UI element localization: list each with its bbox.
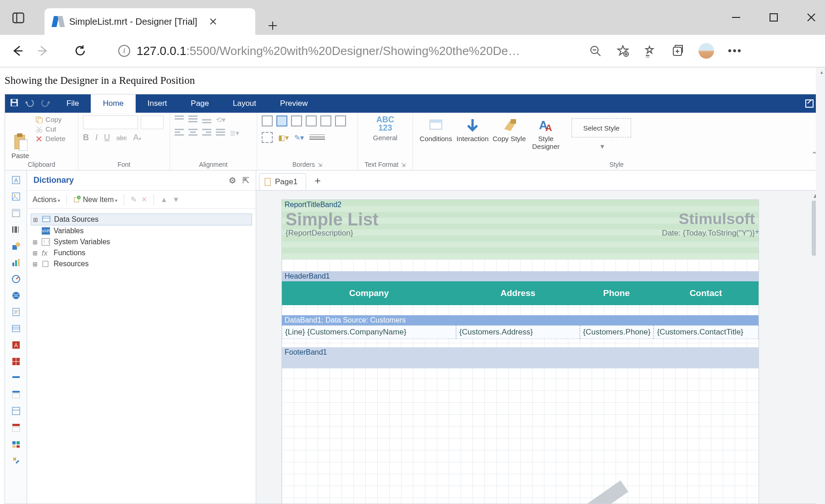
border-top-icon[interactable] xyxy=(306,115,317,126)
border-all-icon[interactable] xyxy=(262,115,273,126)
copy-button[interactable]: Copy xyxy=(35,115,65,123)
tab-preview[interactable]: Preview xyxy=(268,94,319,113)
tool-band-title-icon[interactable] xyxy=(9,371,23,385)
tool-components-icon[interactable] xyxy=(9,437,23,451)
back-icon[interactable] xyxy=(9,43,26,59)
tool-band-data-icon[interactable] xyxy=(9,404,23,418)
tab-insert[interactable]: Insert xyxy=(136,94,179,113)
tool-text-icon[interactable]: A xyxy=(9,173,23,187)
undo-icon[interactable] xyxy=(25,98,34,109)
favorite-icon[interactable] xyxy=(616,44,630,58)
align-bottom-icon[interactable] xyxy=(202,115,211,124)
header-band[interactable]: HeaderBand1 Company Address Phone Contac… xyxy=(282,271,759,305)
refresh-icon[interactable] xyxy=(72,43,89,59)
page-scroll-up-icon[interactable]: ▴ xyxy=(820,69,823,75)
edit-icon[interactable]: ✎ xyxy=(131,195,137,204)
align-justify-icon[interactable] xyxy=(216,129,225,137)
line-spacing-icon[interactable]: ≣▾ xyxy=(230,129,239,137)
col-address[interactable]: Address xyxy=(456,281,580,305)
move-down-icon[interactable]: ▼ xyxy=(172,196,180,204)
dictionary-pin-icon[interactable]: ⇱ xyxy=(242,175,249,186)
border-bottom-icon[interactable] xyxy=(335,115,346,126)
report-description-field[interactable]: {ReportDescription} xyxy=(286,229,353,238)
tool-map-icon[interactable] xyxy=(9,289,23,302)
add-page-icon[interactable]: ＋ xyxy=(313,174,323,190)
paste-button[interactable]: Paste xyxy=(10,115,31,159)
browser-tab-active[interactable]: SimpleList.mrt - Designer [Trial] xyxy=(44,8,255,35)
border-left-icon[interactable] xyxy=(291,115,302,126)
actions-dropdown[interactable]: Actions xyxy=(33,196,60,204)
border-right-icon[interactable] xyxy=(320,115,331,126)
align-top-icon[interactable] xyxy=(175,115,184,124)
title-text-left[interactable]: Simple List xyxy=(286,210,379,230)
strike-icon[interactable]: abc xyxy=(116,134,127,142)
col-contact[interactable]: Contact xyxy=(653,281,759,305)
underline-icon[interactable]: U xyxy=(104,133,110,142)
redo-icon[interactable] xyxy=(41,98,50,109)
textformat-dialog-icon[interactable]: ⇲ xyxy=(401,162,406,168)
new-item-dropdown[interactable]: + New Item xyxy=(73,196,117,204)
tree-system-variables[interactable]: ⊞⋮⋮System Variables xyxy=(31,236,252,247)
report-page[interactable]: ReportTitleBand2 Simple List Stimulsoft … xyxy=(282,200,759,504)
tab-close-icon[interactable] xyxy=(209,17,217,26)
tool-chart-icon[interactable] xyxy=(9,256,23,269)
report-date-field[interactable]: Date: {Today.ToString("Y")} xyxy=(662,229,755,238)
title-text-right[interactable]: Stimulsoft xyxy=(679,210,755,230)
tab-page[interactable]: Page xyxy=(179,94,221,113)
tool-gauge-icon[interactable] xyxy=(9,272,23,286)
favorites-bar-icon[interactable] xyxy=(644,44,657,58)
tool-barcode-icon[interactable] xyxy=(9,223,23,236)
border-style-icon[interactable] xyxy=(309,133,325,142)
save-icon[interactable] xyxy=(10,98,19,109)
tree-functions[interactable]: ⊞fxFunctions xyxy=(31,247,252,258)
tree-variables[interactable]: VARVariables xyxy=(31,225,252,236)
align-middle-icon[interactable] xyxy=(188,115,198,124)
col-company[interactable]: Company xyxy=(282,281,456,305)
font-family-combo[interactable] xyxy=(83,115,138,129)
minimize-icon[interactable] xyxy=(727,8,745,27)
delete-button[interactable]: Delete xyxy=(35,135,65,142)
col-phone[interactable]: Phone xyxy=(580,281,653,305)
design-canvas[interactable]: ReportTitleBand2 Simple List Stimulsoft … xyxy=(256,191,820,504)
tool-shape-icon[interactable] xyxy=(9,239,23,253)
tab-file[interactable]: File xyxy=(55,94,91,113)
new-tab-icon[interactable] xyxy=(264,16,282,35)
more-icon[interactable]: ••• xyxy=(728,44,742,57)
field-line-company[interactable]: {Line} {Customers.CompanyName} xyxy=(282,325,456,339)
border-clear-icon[interactable] xyxy=(262,132,273,143)
fill-icon[interactable]: ◧▾ xyxy=(278,133,289,142)
url-box[interactable]: i 127.0.0.1:5500/Working%20with%20Design… xyxy=(112,40,575,62)
border-none-icon[interactable] xyxy=(276,115,287,126)
copy-style-button[interactable]: Copy Style xyxy=(491,115,528,150)
align-left-icon[interactable] xyxy=(175,129,184,137)
border-color-icon[interactable]: ✎▾ xyxy=(294,133,304,142)
field-contact[interactable]: {Customers.ContactTitle} xyxy=(654,325,759,339)
text-format-button[interactable]: ABC123 General xyxy=(373,115,397,142)
maximize-icon[interactable] xyxy=(764,8,783,27)
dictionary-settings-icon[interactable]: ⚙ xyxy=(229,175,236,186)
report-title-band[interactable]: ReportTitleBand2 Simple List Stimulsoft … xyxy=(282,200,759,259)
tool-checkbox-icon[interactable]: A xyxy=(9,338,23,352)
profile-avatar-icon[interactable] xyxy=(698,43,714,59)
zoom-icon[interactable] xyxy=(588,44,602,58)
resize-handle-icon[interactable]: + xyxy=(754,227,759,237)
interaction-button[interactable]: Interaction xyxy=(454,115,491,150)
move-up-icon[interactable]: ▲ xyxy=(160,196,168,204)
tool-subreport-icon[interactable] xyxy=(9,322,23,335)
page-scrollbar[interactable]: ▴ xyxy=(816,67,825,504)
tree-resources[interactable]: ⊞Resources xyxy=(31,258,252,269)
tool-band-group-icon[interactable] xyxy=(9,421,23,434)
cut-button[interactable]: Cut xyxy=(35,125,65,133)
field-address[interactable]: {Customers.Address} xyxy=(456,325,580,339)
select-style-dropdown[interactable]: Select Style xyxy=(572,118,631,137)
align-right-icon[interactable] xyxy=(202,129,211,137)
data-band[interactable]: DataBand1; Data Source: Customers {Line}… xyxy=(282,315,759,339)
tab-layout[interactable]: Layout xyxy=(221,94,268,113)
footer-band[interactable]: FooterBand1 xyxy=(282,347,759,368)
page-tab-1[interactable]: Page1 xyxy=(259,173,306,190)
close-window-icon[interactable] xyxy=(802,8,820,27)
tab-actions-icon[interactable] xyxy=(6,5,31,30)
bold-icon[interactable]: B xyxy=(83,133,89,142)
tool-image-icon[interactable] xyxy=(9,190,23,203)
field-phone[interactable]: {Customers.Phone} xyxy=(580,325,654,339)
